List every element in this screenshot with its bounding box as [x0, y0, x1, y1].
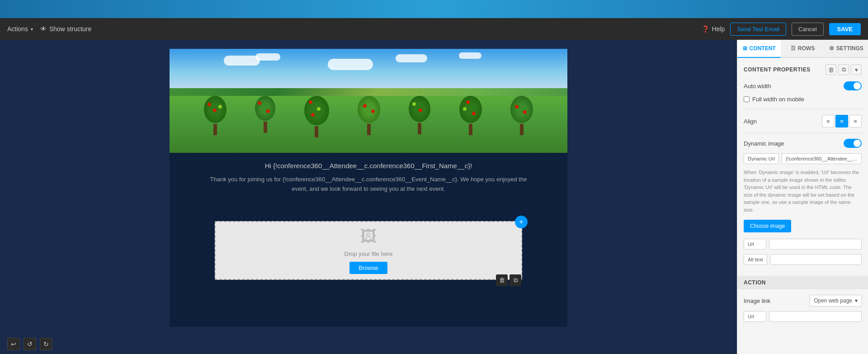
full-width-mobile-label: Full width on mobile — [752, 96, 804, 103]
dynamic-image-row: Dynamic image — [744, 139, 862, 148]
image-link-label: Image link — [744, 297, 770, 304]
image-link-select[interactable]: Open web page ▾ — [810, 295, 862, 307]
canopy — [358, 96, 380, 123]
url-field-label: Url — [744, 239, 766, 250]
add-content-button[interactable]: + — [515, 216, 528, 228]
dynamic-image-toggle[interactable] — [844, 139, 862, 148]
expand-properties-button[interactable]: ▾ — [851, 64, 862, 75]
cloud-2 — [255, 53, 280, 61]
tab-content[interactable]: ⊞ CONTENT — [737, 40, 781, 58]
auto-width-row: Auto width — [744, 81, 862, 90]
tab-settings-label: SETTINGS — [836, 45, 863, 52]
tree-5 — [409, 96, 430, 137]
toolbar: Actions ▾ 👁 Show structure ❓ Help Send T… — [0, 18, 868, 40]
help-label: Help — [712, 25, 725, 33]
footer-text — [188, 316, 189, 322]
email-body-line2: event, and we look forward to seeing you… — [188, 184, 549, 194]
eye-icon: 👁 — [40, 25, 47, 33]
divider-1 — [744, 109, 862, 109]
grid-icon: ⊞ — [743, 45, 747, 52]
action-section-title: ACTION — [737, 276, 868, 289]
alt-text-field-row: Alt text — [744, 254, 862, 265]
undo-button[interactable]: ↩ — [7, 338, 20, 350]
auto-width-label: Auto width — [744, 83, 771, 90]
action-url-label: Url — [744, 311, 766, 322]
copy-block-button[interactable]: ⧉ — [509, 274, 521, 286]
trunk — [367, 124, 371, 135]
cloud-3 — [328, 59, 373, 70]
auto-width-toggle[interactable] — [844, 81, 862, 90]
apple — [266, 109, 270, 113]
content-properties-title: CONTENT PROPERTIES — [744, 66, 811, 73]
full-width-mobile-row: Full width on mobile — [744, 96, 862, 103]
apple — [419, 109, 422, 112]
back-button[interactable]: ↺ — [24, 338, 36, 350]
apple — [363, 104, 367, 108]
tree-6 — [459, 96, 482, 137]
image-link-type: Open web page — [814, 297, 852, 304]
email-footer — [170, 312, 567, 327]
select-chevron-icon: ▾ — [855, 297, 858, 304]
align-right-button[interactable]: ≡ — [849, 115, 862, 127]
cancel-button[interactable]: Cancel — [792, 23, 823, 36]
email-content: Hi {!conference360__Attendee__c.conferen… — [170, 49, 567, 327]
align-label: Align — [744, 118, 757, 125]
canopy — [204, 96, 226, 123]
tree-row — [189, 96, 547, 137]
save-button[interactable]: SAVE — [829, 23, 861, 35]
cloud-4 — [396, 54, 427, 62]
forward-button[interactable]: ↻ — [40, 338, 52, 350]
bottom-toolbar: ↩ ↺ ↻ — [7, 338, 52, 350]
trunk — [469, 124, 472, 135]
help-button[interactable]: ❓ Help — [702, 25, 725, 33]
apple-green — [218, 105, 222, 109]
image-drop-zone[interactable]: 🖼 Drop your file here Browse + 🗑 ⧉ — [215, 221, 522, 280]
panel-tabs: ⊞ CONTENT ☰ ROWS ⚙ SETTINGS — [737, 40, 868, 58]
actions-menu[interactable]: Actions ▾ — [7, 25, 33, 33]
url-field-row: Url — [744, 239, 862, 250]
canopy — [304, 96, 329, 125]
full-width-mobile-checkbox[interactable] — [744, 96, 750, 102]
canopy — [255, 96, 275, 121]
action-url-input[interactable] — [769, 311, 862, 322]
email-text-section: Hi {!conference360__Attendee__c.conferen… — [170, 153, 567, 203]
browse-button[interactable]: Browse — [349, 262, 387, 274]
choose-image-button[interactable]: Choose image — [744, 220, 791, 232]
delete-properties-button[interactable]: 🗑 — [826, 64, 836, 75]
dynamic-url-value[interactable]: {!conference360__Attendee__c.conference3… — [782, 153, 862, 164]
delete-block-button[interactable]: 🗑 — [496, 274, 508, 286]
align-center-button[interactable]: ≡ — [835, 115, 848, 127]
trunk — [213, 124, 217, 135]
apple — [472, 112, 476, 115]
canvas-area: Hi {!conference360__Attendee__c.conferen… — [0, 40, 737, 354]
apple — [208, 103, 211, 106]
trunk — [418, 123, 421, 134]
apple — [466, 100, 470, 104]
actions-chevron-icon: ▾ — [31, 27, 33, 32]
main-area: Hi {!conference360__Attendee__c.conferen… — [0, 40, 868, 354]
action-section: ACTION Image link Open web page ▾ Url — [737, 276, 868, 333]
tab-rows[interactable]: ☰ ROWS — [781, 40, 824, 58]
alt-text-field-input[interactable] — [770, 254, 862, 265]
show-structure-toggle[interactable]: 👁 Show structure — [40, 25, 91, 33]
image-link-row: Image link Open web page ▾ — [744, 295, 862, 307]
help-icon: ❓ — [702, 25, 709, 33]
image-placeholder-icon: 🖼 — [360, 227, 377, 246]
apple — [309, 100, 312, 104]
cloud-1 — [224, 56, 260, 66]
alt-text-field-label: Alt text — [744, 254, 767, 265]
url-field-input[interactable] — [769, 239, 862, 250]
email-body-line1: Thank you for joining us for {!conferenc… — [188, 175, 549, 184]
align-left-button[interactable]: ≡ — [822, 115, 835, 127]
tab-rows-label: ROWS — [798, 45, 815, 52]
send-test-email-button[interactable]: Send Test Email — [730, 23, 786, 36]
drop-zone-action-buttons: 🗑 ⧉ — [496, 274, 521, 286]
align-buttons: ≡ ≡ ≡ — [822, 115, 862, 127]
cloud-5 — [459, 52, 481, 59]
apple — [371, 109, 375, 113]
tab-settings[interactable]: ⚙ SETTINGS — [825, 40, 868, 58]
apple-green — [463, 107, 467, 111]
tab-content-label: CONTENT — [750, 45, 776, 52]
align-row: Align ≡ ≡ ≡ — [744, 115, 862, 127]
copy-properties-button[interactable]: ⧉ — [838, 64, 849, 75]
